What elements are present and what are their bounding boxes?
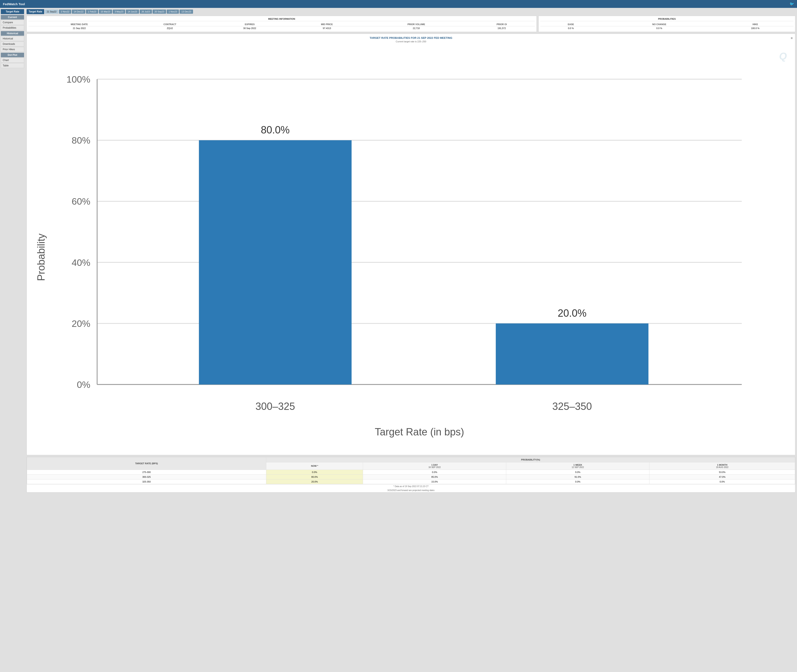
tab-20sep23[interactable]: 20 Sep23 [152, 10, 166, 14]
cell-rate-325-350: 325-350 [27, 479, 266, 484]
table-row-275-300: 275-300 0.0% 0.0% 9.0% 53.0% [27, 470, 795, 474]
tabs-row: Target Rate 21 Sep22 2 Nov22 14 Dec22 1 … [27, 9, 795, 14]
sidebar-item-probabilities[interactable]: Probabilities [1, 25, 24, 30]
cell-mid-price: 97.4313 [290, 26, 364, 30]
app-title: FedWatch Tool [3, 2, 25, 6]
chart-menu-icon[interactable]: ≡ [791, 36, 793, 40]
sidebar-item-chart[interactable]: Chart [1, 58, 24, 63]
cell-hike: 100.0 % [717, 26, 794, 30]
bar-chart-svg: Probability 100% 80% 60% 40% 20% 0% 80 [29, 45, 793, 453]
bar-x-label-325-350: 325–350 [552, 401, 592, 412]
col-prior-oi: PRIOR OI [469, 22, 535, 26]
cell-rate-300-325: 300-325 [27, 474, 266, 479]
th-1month: 1 MONTH 19 AUG 2022 [650, 462, 795, 470]
probabilities-panel: PROBABILITIES EASE NO CHANGE HIKE 0.0 % … [538, 16, 795, 32]
th-probability: PROBABILITY(%) [266, 457, 795, 462]
sidebar-dot-plot-label: Dot Plot [1, 53, 24, 57]
tab-15mar23[interactable]: 15 Mar23 [99, 10, 112, 14]
meeting-info-panel: MEETING INFORMATION MEETING DATE CONTRAC… [27, 16, 537, 32]
sidebar-item-table[interactable]: Table [1, 63, 24, 68]
th-target-rate: TARGET RATE (BPS) [27, 457, 266, 470]
meeting-info-table: MEETING DATE CONTRACT EXPIRES MID PRICE … [29, 22, 535, 30]
probabilities-row: 0.0 % 0.0 % 100.0 % [540, 26, 794, 30]
th-1day-sub: 16 SEP 2022 [365, 466, 504, 469]
table-footer: * Data as of 19 Sep 2022 07:21:23 CT [27, 484, 795, 488]
table-row-300-325: 300-325 80.0% 85.0% 91.0% 47.0% [27, 474, 795, 479]
bar-325-350 [496, 323, 648, 384]
tab-26jul23[interactable]: 26 Jul23 [140, 10, 152, 14]
bar-label-325-350: 20.0% [558, 307, 587, 319]
tab-2nov22[interactable]: 2 Nov22 [59, 10, 71, 14]
th-now: NOW * [266, 462, 363, 470]
meeting-info-row: 21 Sep 2022 ZQU2 30 Sep 2022 97.4313 22,… [29, 26, 535, 30]
sidebar-current-label: Current [1, 15, 24, 19]
cell-rate-275-300: 275-300 [27, 470, 266, 474]
cell-day-325-350: 15.0% [363, 479, 506, 484]
sidebar-item-downloads[interactable]: Downloads [1, 42, 24, 46]
svg-text:0%: 0% [77, 379, 90, 390]
content-area: Target Rate 21 Sep22 2 Nov22 14 Dec22 1 … [25, 8, 797, 672]
col-ease: EASE [540, 22, 602, 26]
tab-14jun23[interactable]: 14 Jun23 [126, 10, 139, 14]
cell-expires: 30 Sep 2022 [210, 26, 290, 30]
meeting-info-title: MEETING INFORMATION [29, 18, 535, 21]
svg-text:60%: 60% [72, 196, 90, 207]
cell-month-300-325: 47.0% [650, 474, 795, 479]
cell-now-300-325: 80.0% [266, 474, 363, 479]
tab-1feb23[interactable]: 1 Feb23 [86, 10, 98, 14]
cell-day-300-325: 85.0% [363, 474, 506, 479]
col-prior-volume: PRIOR VOLUME [364, 22, 469, 26]
sidebar-historical-label: Historical [1, 31, 24, 36]
twitter-icon[interactable]: 🐦 [789, 2, 794, 6]
col-expires: EXPIRES [210, 22, 290, 26]
sidebar-item-compare[interactable]: Compare [1, 20, 24, 25]
th-1month-sub: 19 AUG 2022 [651, 466, 793, 469]
chart-title: TARGET RATE PROBABILITIES FOR 21 SEP 202… [29, 36, 793, 40]
sidebar-target-rate[interactable]: Target Rate [1, 9, 24, 14]
tab-1nov23[interactable]: 1 Nov23 [166, 10, 179, 14]
table-row-325-350: 325-350 20.0% 15.0% 0.0% 0.0% [27, 479, 795, 484]
svg-text:100%: 100% [66, 74, 90, 85]
chart-section: TARGET RATE PROBABILITIES FOR 21 SEP 202… [27, 34, 795, 455]
sidebar-item-historical[interactable]: Historical [1, 36, 24, 41]
cell-month-275-300: 53.0% [650, 470, 795, 474]
cell-meeting-date: 21 Sep 2022 [29, 26, 130, 30]
cell-week-275-300: 9.0% [506, 470, 650, 474]
x-axis-label: Target Rate (in bps) [375, 426, 464, 437]
th-1day: 1 DAY 16 SEP 2022 [363, 462, 506, 470]
svg-text:40%: 40% [72, 258, 90, 268]
tab-14dec22[interactable]: 14 Dec22 [72, 10, 85, 14]
cell-now-325-350: 20.0% [266, 479, 363, 484]
probabilities-table: EASE NO CHANGE HIKE 0.0 % 0.0 % 100.0 % [540, 22, 794, 30]
th-now-label: NOW * [268, 465, 361, 467]
sidebar: Target Rate Current Compare Probabilitie… [0, 8, 25, 672]
y-axis-label: Probability [35, 234, 47, 281]
sidebar-item-prior-hikes[interactable]: Prior Hikes [1, 47, 24, 52]
cell-day-275-300: 0.0% [363, 470, 506, 474]
cell-now-275-300: 0.0% [266, 470, 363, 474]
cell-prior-oi: 191,572 [469, 26, 535, 30]
tab-21sep22[interactable]: 21 Sep22 [45, 10, 58, 14]
bar-x-label-300-325: 300–325 [256, 401, 295, 412]
probability-table: TARGET RATE (BPS) PROBABILITY(%) NOW * 1… [27, 457, 795, 484]
th-1day-label: 1 DAY [365, 464, 504, 466]
cell-prior-volume: 22,710 [364, 26, 469, 30]
col-mid-price: MID PRICE [290, 22, 364, 26]
col-no-change: NO CHANGE [602, 22, 717, 26]
bar-label-300-325: 80.0% [261, 124, 290, 136]
main-container: Target Rate Current Compare Probabilitie… [0, 8, 797, 672]
cell-ease: 0.0 % [540, 26, 602, 30]
cell-week-325-350: 0.0% [506, 479, 650, 484]
probability-table-section: TARGET RATE (BPS) PROBABILITY(%) NOW * 1… [27, 457, 795, 493]
th-1month-label: 1 MONTH [651, 464, 793, 466]
info-section: MEETING INFORMATION MEETING DATE CONTRAC… [27, 16, 795, 32]
cell-no-change: 0.0 % [602, 26, 717, 30]
th-1week-sub: 12 SEP 2022 [508, 466, 648, 469]
tab-13dec23[interactable]: 13 Dec23 [179, 10, 193, 14]
target-rate-tab-label: Target Rate [27, 9, 44, 14]
col-contract: CONTRACT [130, 22, 210, 26]
bar-300-325 [199, 140, 352, 384]
cell-month-325-350: 0.0% [650, 479, 795, 484]
col-meeting-date: MEETING DATE [29, 22, 130, 26]
tab-3may23[interactable]: 3 May23 [113, 10, 125, 14]
